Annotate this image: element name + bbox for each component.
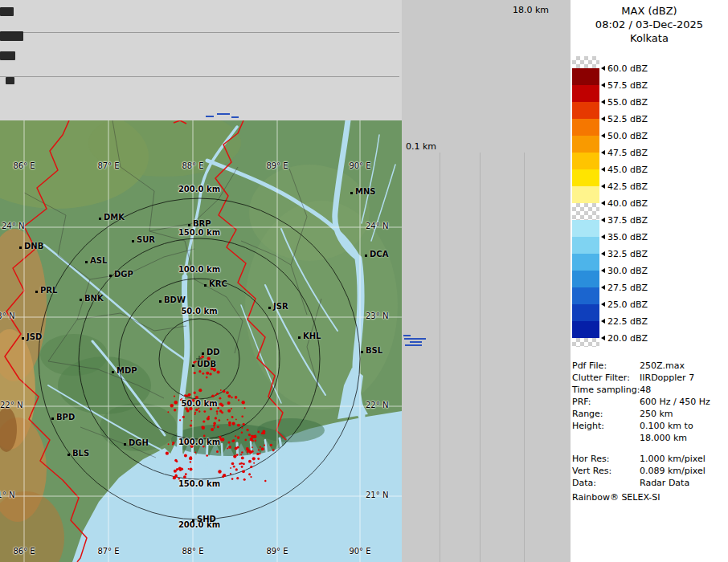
scale-label-text: 42.5 dBZ (607, 181, 648, 192)
station-marker-dot (22, 337, 24, 340)
scale-arrow-icon (601, 150, 605, 155)
colorbar-cell (572, 68, 599, 85)
echo-projection-mark (404, 338, 426, 340)
scale-label: 37.5 dBZ (601, 215, 648, 225)
scale-label: 20.0 dBZ (601, 333, 648, 343)
scale-label: 25.0 dBZ (601, 299, 648, 309)
echo-projection-mark (231, 116, 239, 118)
radar-map-panel: 86° E86° E87° E87° E88° E88° E89° E89° E… (0, 120, 402, 562)
info-value: 250Z.max (640, 360, 685, 372)
longitude-label: 88° E (182, 161, 203, 170)
top-height-projection-panel (0, 0, 402, 120)
echo-projection-mark (405, 344, 422, 346)
longitude-label: 88° E (182, 547, 203, 556)
station-marker-dot (350, 192, 353, 194)
station-label: DNB (24, 242, 43, 250)
station-label: DCA (370, 250, 388, 259)
longitude-label: 87° E (97, 547, 119, 556)
colorbar-cell (572, 169, 599, 186)
station-marker-dot (204, 284, 207, 287)
longitude-label: 89° E (266, 161, 288, 170)
info-row: Time sampling:48 (572, 384, 726, 396)
scale-label: 50.0 dBZ (601, 131, 648, 140)
scale-arrow-icon (601, 100, 605, 104)
latitude-label: 21° N (366, 491, 388, 499)
colorbar-cell (572, 136, 599, 153)
echo-projection-mark (410, 341, 422, 343)
info-value: 48 (640, 384, 651, 396)
station-marker-dot (298, 336, 301, 339)
scale-arrow-icon (601, 302, 605, 307)
range-ring-label: 200.0 km (178, 185, 220, 193)
station-label: PRL (40, 286, 57, 295)
projection-grid-line (440, 153, 440, 562)
projection-grid-line (0, 76, 399, 77)
scale-arrow-icon (601, 66, 605, 71)
scale-label: 22.5 dBZ (601, 316, 648, 326)
station-label: MNS (355, 187, 376, 196)
station-marker-dot (188, 224, 190, 226)
station-label: BPD (56, 413, 75, 422)
scale-label: 42.5 dBZ (601, 181, 648, 191)
colorbar-cell (572, 186, 599, 203)
station-marker-dot (109, 275, 112, 277)
scale-label: 47.5 dBZ (601, 148, 648, 157)
scale-label-text: 22.5 dBZ (607, 316, 648, 327)
scale-label: 52.5 dBZ (601, 114, 648, 124)
info-row: Pdf File:250Z.max (572, 360, 726, 372)
longitude-label: 90° E (349, 547, 370, 556)
info-label: Pdf File: (572, 360, 640, 372)
station-label: JSD (27, 332, 42, 341)
station-label: BLS (72, 449, 89, 458)
echo-projection-mark (217, 113, 230, 115)
range-ring-label: 150.0 km (178, 479, 220, 488)
scale-label-text: 47.5 dBZ (607, 148, 648, 158)
colorbar-cell (572, 220, 599, 237)
colorbar-cell (572, 287, 599, 304)
scale-label: 45.0 dBZ (601, 165, 648, 174)
latitude-label: 23° N (366, 312, 388, 320)
scale-label: 40.0 dBZ (601, 198, 648, 208)
scale-arrow-icon (601, 234, 605, 239)
info-label: Range: (572, 408, 640, 420)
axis-mark (0, 7, 14, 16)
station-marker-dot (202, 352, 204, 355)
station-label: KHL (303, 332, 321, 340)
projection-grid-line (0, 32, 399, 33)
station-marker-dot (268, 307, 271, 309)
station-marker-dot (19, 246, 22, 249)
info-row: Height:0.100 km to (572, 420, 726, 432)
colorbar-cell (572, 321, 599, 338)
info-row: 18.000 km (572, 432, 726, 444)
station-label: BRP (193, 219, 211, 228)
radar-display-window: 18.0 km 0.1 km (0, 0, 728, 562)
station-marker-dot (159, 300, 162, 303)
scale-label-text: 52.5 dBZ (607, 114, 648, 124)
latitude-label: 22° N (0, 401, 22, 409)
station-label: JSR (273, 302, 288, 311)
legend-panel: MAX (dBZ) 08:02 / 03-Dec-2025 Kolkata 60… (571, 0, 728, 562)
scale-label-text: 25.0 dBZ (607, 299, 648, 310)
scale-label: 32.5 dBZ (601, 249, 648, 259)
scale-label: 27.5 dBZ (601, 283, 648, 292)
scale-arrow-icon (601, 319, 605, 324)
station-label: BDW (164, 295, 186, 304)
info-label: Time sampling: (572, 384, 640, 396)
station-marker-dot (192, 364, 194, 367)
range-ring-label: 100.0 km (178, 265, 220, 274)
station-label: ASL (90, 256, 107, 265)
info-label: Data: (572, 477, 640, 489)
scale-label-text: 45.0 dBZ (607, 165, 648, 175)
station-label: UDB (197, 360, 216, 369)
scale-arrow-icon (601, 218, 605, 222)
scale-label-text: 27.5 dBZ (607, 283, 648, 293)
station-label: BNK (84, 294, 104, 303)
scale-arrow-icon (601, 251, 605, 256)
scale-label-text: 35.0 dBZ (607, 232, 648, 242)
info-row: Data:Radar Data (572, 477, 726, 489)
info-row: Vert Res:0.089 km/pixel (572, 465, 726, 477)
latitude-label: 23° N (0, 312, 14, 320)
station-marker-dot (85, 261, 88, 263)
side-height-projection-panel: 18.0 km 0.1 km (402, 0, 571, 562)
station-marker-dot (361, 351, 363, 353)
